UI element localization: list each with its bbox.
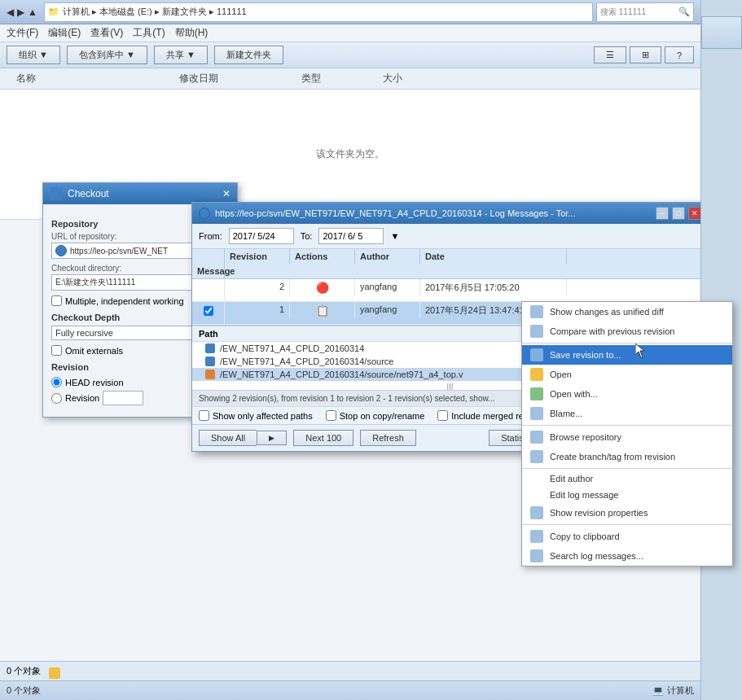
ctx-open-with[interactable]: Open with... — [522, 384, 732, 404]
search-bar[interactable]: 搜索 111111 🔍 — [596, 2, 694, 22]
ctx-open-with-label: Open with... — [550, 389, 598, 399]
ctx-create-branch[interactable]: Create branch/tag from revision — [522, 447, 732, 466]
row2-author: yangfang — [355, 302, 420, 319]
share-btn[interactable]: 共享 ▼ — [154, 46, 208, 64]
checkout-window-icon — [50, 187, 63, 200]
minimize-btn[interactable]: ─ — [656, 207, 669, 220]
head-revision-label: HEAD revision — [65, 378, 124, 387]
scrollbar-handle[interactable] — [701, 16, 742, 49]
ctx-edit-log[interactable]: Edit log message — [522, 487, 732, 503]
show-all-arrow-btn[interactable]: ▶ — [257, 431, 287, 445]
view-details-btn[interactable]: ⊞ — [630, 46, 661, 63]
dir-value: E:\新建文件夹\111111 — [55, 278, 135, 287]
multiple-label: Multiple, independent working — [65, 296, 184, 306]
library-btn[interactable]: 包含到库中 ▼ — [67, 46, 147, 64]
multiple-checkbox[interactable] — [51, 295, 62, 306]
col-date[interactable]: 修改日期 — [179, 72, 301, 85]
close-btn[interactable]: ✕ — [688, 207, 701, 220]
show-all-button[interactable]: Show All — [199, 430, 257, 446]
col-date[interactable]: Date — [420, 249, 567, 264]
help-btn[interactable]: ? — [665, 46, 694, 63]
table-row[interactable]: 2 🔴 yangfang 2017年6月5日 17:05:20 — [192, 279, 708, 302]
ctx-show-props-label: Show revision properties — [550, 508, 648, 518]
to-label: To: — [301, 231, 313, 241]
menu-file[interactable]: 文件(F) — [7, 26, 38, 40]
stop-on-copy-label[interactable]: Stop on copy/rename — [326, 410, 425, 421]
to-dropdown-icon[interactable]: ▼ — [390, 231, 399, 241]
row1-revision: 2 — [225, 279, 290, 296]
checkout-close-btn[interactable]: ✕ — [222, 188, 231, 199]
stop-on-copy-text: Stop on copy/rename — [340, 411, 425, 421]
nav-forward-btn[interactable]: ▶ — [17, 7, 24, 18]
head-revision-radio[interactable] — [51, 377, 62, 387]
row1-author: yangfang — [355, 279, 420, 296]
omit-externals-label: Omit externals — [65, 346, 123, 356]
ctx-separator-2 — [522, 425, 732, 426]
ctx-create-branch-label: Create branch/tag from revision — [550, 452, 675, 462]
row2-action-icon: 📋 — [316, 304, 329, 317]
next-100-button[interactable]: Next 100 — [293, 430, 353, 446]
col-message[interactable]: Message — [192, 264, 225, 278]
ctx-blame[interactable]: Blame... — [522, 404, 732, 423]
ctx-edit-author-label: Edit author — [550, 474, 593, 483]
menu-edit[interactable]: 编辑(E) — [48, 26, 81, 40]
stop-on-copy-checkbox[interactable] — [326, 410, 336, 421]
ctx-save-revision[interactable]: Save revision to... — [522, 345, 732, 365]
menu-tools[interactable]: 工具(T) — [133, 26, 165, 40]
to-date-input[interactable] — [318, 228, 384, 244]
save-icon — [530, 348, 543, 361]
ctx-edit-author[interactable]: Edit author — [522, 470, 732, 487]
col-size[interactable]: 大小 — [383, 72, 464, 85]
path-file-icon — [205, 370, 215, 379]
refresh-button[interactable]: Refresh — [360, 430, 416, 446]
maximize-btn[interactable]: □ — [672, 207, 685, 220]
new-folder-btn[interactable]: 新建文件夹 — [214, 46, 283, 64]
path-folder-icon-2 — [205, 357, 215, 366]
props-icon — [530, 506, 543, 519]
ctx-open[interactable]: Open — [522, 365, 732, 384]
ctx-show-diff[interactable]: Show changes as unified diff — [522, 302, 732, 322]
log-window-controls: ─ □ ✕ — [654, 207, 701, 220]
folder-icon-small: 📁 — [48, 7, 59, 17]
revision-input[interactable] — [103, 391, 143, 405]
show-affected-label[interactable]: Show only affected paths — [199, 410, 313, 421]
ctx-browse-repo-label: Browse repository — [550, 432, 621, 442]
log-title-left: https://leo-pc/svn/EW_NET971/EW_NET971_A… — [199, 208, 575, 219]
col-actions[interactable]: Actions — [290, 249, 355, 264]
menu-help[interactable]: 帮助(H) — [175, 26, 209, 40]
from-date-input[interactable] — [229, 228, 294, 244]
checkout-title-text: Checkout — [68, 188, 217, 199]
col-type[interactable]: 类型 — [301, 72, 383, 85]
menu-view[interactable]: 查看(V) — [90, 26, 123, 40]
row1-date: 2017年6月5日 17:05:20 — [420, 279, 567, 296]
empty-message: 该文件夹为空。 — [316, 147, 384, 161]
view-list-btn[interactable]: ☰ — [594, 46, 626, 63]
ctx-show-diff-label: Show changes as unified diff — [550, 307, 664, 317]
omit-externals-checkbox[interactable] — [51, 345, 62, 356]
revision-radio[interactable] — [51, 393, 62, 404]
show-affected-checkbox[interactable] — [199, 410, 209, 421]
col-author[interactable]: Author — [355, 249, 420, 264]
diff-icon — [530, 305, 543, 318]
ctx-show-props[interactable]: Show revision properties — [522, 503, 732, 523]
ctx-separator-3 — [522, 468, 732, 469]
col-name[interactable]: 名称 — [16, 72, 179, 85]
include-merged-checkbox[interactable] — [437, 410, 448, 421]
ctx-compare-prev-label: Compare with previous revision — [550, 326, 674, 336]
ctx-copy-clipboard[interactable]: Copy to clipboard — [522, 527, 732, 546]
globe-icon — [55, 245, 67, 256]
search-icon — [530, 549, 543, 562]
nav-up-btn[interactable]: ▲ — [28, 7, 37, 18]
branch-icon — [530, 450, 543, 463]
ctx-browse-repo[interactable]: Browse repository — [522, 427, 732, 447]
col-revision[interactable]: Revision — [225, 249, 290, 264]
search-icon[interactable]: 🔍 — [678, 7, 690, 17]
organize-btn[interactable]: 组织 ▼ — [7, 46, 60, 64]
nav-back-btn[interactable]: ◀ — [7, 7, 14, 18]
ctx-search-log[interactable]: Search log messages... — [522, 546, 732, 566]
address-bar[interactable]: 📁 计算机 ▸ 本地磁盘 (E:) ▸ 新建文件夹 ▸ 111111 — [44, 2, 593, 22]
col-check — [192, 249, 225, 264]
object-status-bar: 0 项 0 个对象 — [0, 661, 700, 680]
ctx-compare-prev[interactable]: Compare with previous revision — [522, 322, 732, 341]
row2-checkbox[interactable] — [204, 306, 213, 316]
